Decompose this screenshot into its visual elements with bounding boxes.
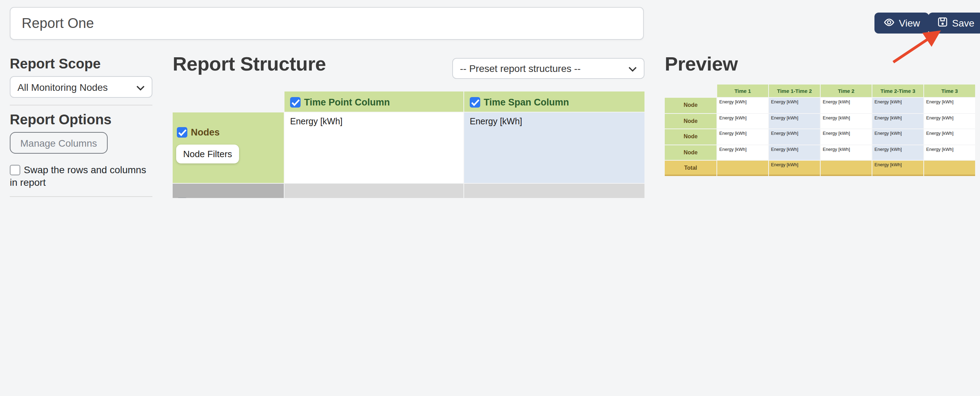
time-point-column-label: Time Point Column xyxy=(304,97,390,108)
preview-row-header: Node xyxy=(665,145,716,160)
chevron-down-icon xyxy=(628,63,637,74)
preview-data-cell: Energy [kWh] xyxy=(821,145,872,160)
swap-rows-columns-checkbox[interactable] xyxy=(10,165,20,175)
preview-data-cell: Energy [kWh] xyxy=(769,145,820,160)
report-title-input[interactable] xyxy=(10,7,644,40)
save-icon xyxy=(937,17,948,29)
preview-total-cell: Energy [kWh] xyxy=(769,161,820,176)
preview-total-cell xyxy=(717,161,768,176)
report-scope-select-value: All Monitoring Nodes xyxy=(18,81,108,93)
nodes-time-span-cell[interactable]: Energy [kWh] xyxy=(464,112,644,183)
preview-total-cell xyxy=(924,161,975,176)
time-span-column-checkbox[interactable] xyxy=(470,97,480,108)
preview-data-cell: Energy [kWh] xyxy=(821,129,872,144)
preview-data-cell: Energy [kWh] xyxy=(769,129,820,144)
preview-data-cell: Energy [kWh] xyxy=(717,98,768,113)
preview-data-cell: Energy [kWh] xyxy=(769,98,820,113)
preview-row-header: Node xyxy=(665,114,716,128)
nodes-checkbox[interactable] xyxy=(177,127,187,138)
preview-data-cell: Energy [kWh] xyxy=(924,98,975,113)
nodes-time-point-cell[interactable]: Energy [kWh] xyxy=(285,112,463,183)
preview-data-cell: Energy [kWh] xyxy=(924,114,975,128)
save-button-label: Save xyxy=(952,17,974,29)
eye-icon xyxy=(883,16,895,30)
node-filters-button[interactable]: Node Filters xyxy=(176,144,239,163)
preview-data-cell: Energy [kWh] xyxy=(717,114,768,128)
group-by-time-point-cell[interactable] xyxy=(285,184,463,198)
chevron-down-icon xyxy=(136,81,145,93)
preview-data-cell: Energy [kWh] xyxy=(821,114,872,128)
preview-col-header: Time 2-Time 3 xyxy=(872,84,923,97)
preset-structures-select-value: -- Preset report structures -- xyxy=(460,63,581,74)
group-by-time-span-cell[interactable] xyxy=(464,184,644,198)
time-span-column-label: Time Span Column xyxy=(484,97,569,108)
report-options-heading: Report Options xyxy=(10,112,153,128)
swap-rows-columns-label: Swap the rows and columns in report xyxy=(10,164,146,188)
preview-row-header: Node xyxy=(665,98,716,113)
preview-data-cell: Energy [kWh] xyxy=(717,129,768,144)
preview-corner-cell xyxy=(665,84,716,97)
divider xyxy=(10,105,153,105)
preview-total-cell: Energy [kWh] xyxy=(872,161,923,176)
preview-data-cell: Energy [kWh] xyxy=(872,98,923,113)
preview-col-header: Time 3 xyxy=(924,84,975,97)
preview-total-row-header: Total xyxy=(665,161,716,176)
preview-data-cell: Energy [kWh] xyxy=(924,129,975,144)
sidebar: Report Scope All Monitoring Nodes Report… xyxy=(10,56,153,198)
swap-rows-columns-row: Swap the rows and columns in report xyxy=(10,163,153,188)
time-span-column-header-cell[interactable]: Time Span Column xyxy=(464,92,644,112)
preview-data-cell: Energy [kWh] xyxy=(872,145,923,160)
preview-data-cell: Energy [kWh] xyxy=(924,145,975,160)
nodes-row-label: Nodes xyxy=(191,127,220,138)
preview-col-header: Time 1-Time 2 xyxy=(769,84,820,97)
preview-table: Time 1Time 1-Time 2Time 2Time 2-Time 3Ti… xyxy=(665,84,975,176)
manage-columns-button[interactable]: Manage Columns xyxy=(10,132,107,154)
preview-col-header: Time 1 xyxy=(717,84,768,97)
preview-col-header: Time 2 xyxy=(821,84,872,97)
report-structure-table: Time Point Column Time Span Column Nodes… xyxy=(173,92,644,198)
preview-data-cell: Energy [kWh] xyxy=(821,98,872,113)
preview-row-header: Node xyxy=(665,129,716,144)
group-by-row-header-cell: Group By Node Attribute xyxy=(173,184,284,198)
view-button-label: View xyxy=(899,17,920,29)
preview-data-cell: Energy [kWh] xyxy=(769,114,820,128)
nodes-row-header-cell: Nodes Node Filters xyxy=(173,112,284,183)
preview-total-cell xyxy=(821,161,872,176)
preview-data-cell: Energy [kWh] xyxy=(717,145,768,160)
report-editor-page: View Save Report Scope All Monitoring No… xyxy=(0,0,980,198)
report-structure-heading: Report Structure xyxy=(173,53,326,75)
report-scope-heading: Report Scope xyxy=(10,56,153,72)
save-button[interactable]: Save xyxy=(928,13,980,33)
preview-data-cell: Energy [kWh] xyxy=(872,129,923,144)
time-point-column-header-cell[interactable]: Time Point Column xyxy=(285,92,463,112)
divider xyxy=(10,196,153,197)
view-button[interactable]: View xyxy=(875,13,929,33)
report-scope-select[interactable]: All Monitoring Nodes xyxy=(10,76,153,98)
preview-heading: Preview xyxy=(665,53,738,75)
preview-data-cell: Energy [kWh] xyxy=(872,114,923,128)
time-point-column-checkbox[interactable] xyxy=(290,97,301,108)
preset-structures-select[interactable]: -- Preset report structures -- xyxy=(452,58,644,79)
